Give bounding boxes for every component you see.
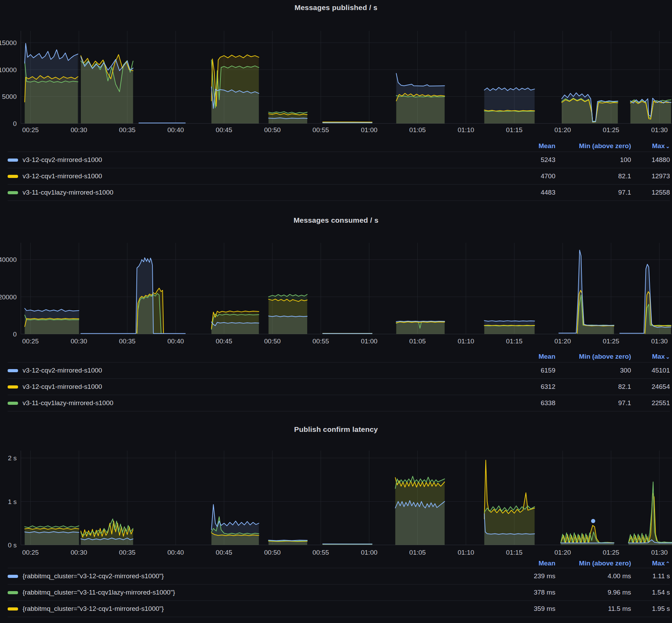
stat-max: 22551 (631, 399, 670, 407)
chevron-down-icon: ⌄ (665, 143, 670, 149)
x-axis-tick-label: 00:40 (167, 338, 184, 345)
series-color-swatch[interactable] (8, 402, 18, 405)
x-axis-tick-label: 01:10 (457, 338, 474, 345)
x-axis-tick-label: 01:30 (651, 126, 668, 134)
series-label[interactable]: v3-11-cqv1lazy-mirrored-s1000 (8, 399, 500, 407)
legend-row: v3-12-cqv1-mirrored-s1000631282.124654 (8, 378, 670, 395)
series-line-blue (269, 540, 308, 540)
series-area-blue (484, 87, 535, 123)
series-name-text: {rabbitmq_cluster="v3-12-cqv1-mirrored-s… (23, 605, 164, 613)
x-axis-tick-label: 01:20 (554, 549, 571, 556)
series-label[interactable]: {rabbitmq_cluster="v3-12-cqv1-mirrored-s… (8, 605, 500, 613)
timeseries-chart[interactable]: 05000100001500000:2500:3000:3500:4000:45… (0, 16, 672, 136)
legend-sort-mean[interactable]: Mean (500, 142, 555, 150)
series-area-blue (211, 504, 259, 545)
x-axis-tick-label: 00:40 (167, 549, 184, 556)
x-axis-tick-label: 01:05 (409, 338, 426, 345)
stat-mean: 5243 (500, 156, 555, 164)
x-axis-tick-label: 00:25 (22, 549, 39, 556)
series-label[interactable]: v3-12-cqv2-mirrored-s1000 (8, 156, 500, 164)
stat-mean: 6312 (500, 383, 555, 391)
legend-sort-mean[interactable]: Mean (500, 560, 555, 567)
series-color-swatch[interactable] (8, 575, 18, 578)
legend-sort-max[interactable]: Max⌃ (631, 560, 670, 567)
y-axis-tick-label: 0 (13, 331, 17, 338)
x-axis-tick-label: 01:25 (603, 126, 620, 134)
legend-header: MeanMin (above zero)Max⌃ (8, 559, 670, 568)
timeseries-chart[interactable]: 0200004000000:2500:3000:3500:4000:4500:5… (0, 228, 672, 348)
y-axis-tick-label: 10000 (0, 66, 17, 74)
legend: MeanMin (above zero)Max⌃{rabbitmq_cluste… (0, 559, 672, 617)
legend-header: MeanMin (above zero)Max⌄ (8, 351, 670, 362)
series-name-text: {rabbitmq_cluster="v3-12-cqv2-mirrored-s… (23, 572, 164, 580)
series-color-swatch[interactable] (8, 607, 18, 611)
series-label[interactable]: v3-12-cqv1-mirrored-s1000 (8, 383, 500, 391)
series-area-blue (81, 258, 185, 334)
stat-max: 45101 (631, 367, 670, 374)
series-line-blue (396, 321, 445, 322)
y-axis-tick-label: 20000 (0, 293, 17, 301)
series-color-swatch[interactable] (8, 159, 18, 162)
series-name-text: v3-11-cqv1lazy-mirrored-s1000 (23, 399, 114, 407)
legend-sort-min-above-zero-[interactable]: Min (above zero) (555, 353, 631, 360)
series-name-text: v3-12-cqv2-mirrored-s1000 (23, 367, 102, 374)
series-label[interactable]: v3-11-cqv1lazy-mirrored-s1000 (8, 189, 500, 196)
x-axis-tick-label: 01:05 (409, 549, 426, 556)
x-axis-tick-label: 00:55 (312, 126, 329, 134)
legend-sort-max[interactable]: Max⌄ (631, 142, 670, 150)
chevron-up-icon: ⌃ (665, 561, 670, 566)
x-axis-tick-label: 01:20 (554, 126, 571, 134)
series-area-blue (211, 322, 259, 334)
y-axis-tick-label: 15000 (0, 39, 17, 46)
series-line-yellow (484, 325, 535, 326)
series-area-blue (269, 316, 308, 334)
series-line-blue (559, 250, 614, 333)
stat-max: 1.95 s (631, 605, 670, 613)
x-axis-tick-label: 00:50 (264, 338, 281, 345)
y-axis-tick-label: 0 s (8, 541, 17, 549)
x-axis-tick-label: 00:50 (264, 549, 281, 556)
stat-mean: 4483 (500, 189, 555, 196)
series-color-swatch[interactable] (8, 369, 18, 372)
series-label[interactable]: {rabbitmq_cluster="v3-12-cqv2-mirrored-s… (8, 572, 500, 580)
legend-row: v3-12-cqv1-mirrored-s1000470082.112973 (8, 168, 670, 184)
legend-sort-min-above-zero-[interactable]: Min (above zero) (555, 560, 631, 567)
series-label[interactable]: v3-12-cqv2-mirrored-s1000 (8, 367, 500, 374)
stat-mean: 6338 (500, 399, 555, 407)
y-axis-tick-label: 40000 (0, 256, 17, 263)
stat-min: 11.5 ms (555, 605, 631, 613)
panel-title: Messages published / s (0, 0, 672, 12)
stat-max: 24654 (631, 383, 670, 391)
y-axis-tick-label: 0 (13, 120, 17, 127)
legend-row: {rabbitmq_cluster="v3-11-cqv1lazy-mirror… (8, 584, 670, 600)
legend-row: v3-11-cqv1lazy-mirrored-s1000448397.1125… (8, 184, 670, 201)
stat-mean: 239 ms (500, 572, 555, 580)
series-area-blue (81, 57, 133, 123)
x-axis-tick-label: 01:05 (409, 126, 426, 134)
x-axis-tick-label: 01:15 (506, 549, 523, 556)
series-label[interactable]: {rabbitmq_cluster="v3-11-cqv1lazy-mirror… (8, 589, 500, 596)
chevron-down-icon: ⌄ (665, 354, 670, 360)
x-axis-tick-label: 00:30 (70, 126, 87, 134)
stat-max: 14880 (631, 156, 670, 164)
timeseries-chart[interactable]: 0 s1 s2 s00:2500:3000:3500:4000:4500:500… (0, 437, 672, 559)
series-area-blue (484, 321, 535, 334)
legend-sort-max[interactable]: Max⌄ (631, 353, 670, 360)
panel-publish-confirm-latency: Publish confirm latency 0 s1 s2 s00:2500… (0, 415, 672, 622)
x-axis-tick-label: 00:25 (22, 338, 39, 345)
series-color-swatch[interactable] (8, 191, 18, 194)
x-axis-tick-label: 01:00 (361, 338, 378, 345)
series-area-blue (25, 43, 78, 123)
series-color-swatch[interactable] (8, 385, 18, 389)
series-color-swatch[interactable] (8, 175, 18, 178)
legend-row: {rabbitmq_cluster="v3-12-cqv1-mirrored-s… (8, 600, 670, 617)
series-label[interactable]: v3-12-cqv1-mirrored-s1000 (8, 172, 500, 180)
y-axis-tick-label: 5000 (2, 93, 17, 100)
legend-sort-min-above-zero-[interactable]: Min (above zero) (555, 142, 631, 150)
x-axis-tick-label: 00:35 (119, 549, 136, 556)
series-color-swatch[interactable] (8, 591, 18, 594)
x-axis-tick-label: 00:30 (70, 549, 87, 556)
legend-sort-mean[interactable]: Mean (500, 353, 555, 360)
x-axis-tick-label: 00:25 (22, 126, 39, 134)
y-axis-tick-label: 1 s (8, 498, 17, 505)
